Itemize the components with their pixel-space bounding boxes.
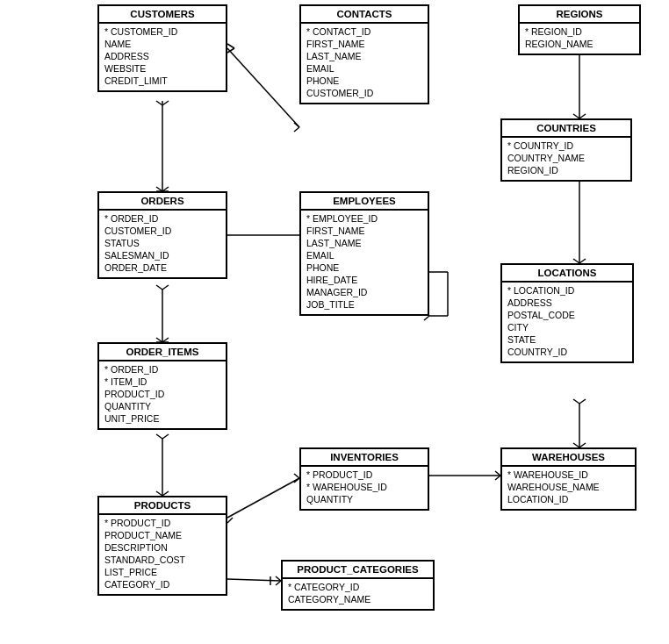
svg-line-63 — [424, 316, 429, 320]
field-postal-code: POSTAL_CODE — [507, 309, 627, 321]
inventories-title: INVENTORIES — [301, 449, 428, 467]
product-categories-fields: * CATEGORY_ID CATEGORY_NAME — [283, 579, 433, 609]
svg-line-0 — [227, 48, 299, 127]
field-hire-date: HIRE_DATE — [306, 274, 422, 286]
countries-title: COUNTRIES — [502, 120, 630, 138]
field-email: EMAIL — [306, 62, 422, 75]
field-warehouse-name: WAREHOUSE_NAME — [507, 481, 629, 493]
products-title: PRODUCTS — [99, 497, 226, 515]
employees-title: EMPLOYEES — [301, 193, 428, 211]
field-inv-warehouse-id: * WAREHOUSE_ID — [306, 481, 422, 493]
field-region-name: REGION_NAME — [525, 38, 634, 50]
order-items-fields: * ORDER_ID * ITEM_ID PRODUCT_ID QUANTITY… — [99, 361, 226, 428]
orders-fields: * ORDER_ID CUSTOMER_ID STATUS SALESMAN_I… — [99, 211, 226, 277]
regions-table: REGIONS * REGION_ID REGION_NAME — [518, 4, 641, 55]
field-item-id: * ITEM_ID — [104, 376, 220, 388]
svg-line-47 — [227, 478, 299, 518]
field-name: NAME — [104, 38, 220, 50]
customers-fields: * CUSTOMER_ID NAME ADDRESS WEBSITE CREDI… — [99, 24, 226, 90]
field-country-id: * COUNTRY_ID — [507, 140, 625, 152]
svg-line-6 — [156, 101, 162, 105]
field-oi-order-id: * ORDER_ID — [104, 363, 220, 376]
field-standard-cost: STANDARD_COST — [104, 554, 220, 566]
svg-line-2 — [294, 127, 299, 132]
field-website: WEBSITE — [104, 62, 220, 75]
field-product-name: PRODUCT_NAME — [104, 529, 220, 541]
locations-table: LOCATIONS * LOCATION_ID ADDRESS POSTAL_C… — [500, 263, 634, 363]
employees-fields: * EMPLOYEE_ID FIRST_NAME LAST_NAME EMAIL… — [301, 211, 428, 314]
field-region-id-fk: REGION_ID — [507, 164, 625, 176]
orders-table: ORDERS * ORDER_ID CUSTOMER_ID STATUS SAL… — [97, 191, 227, 279]
field-city: CITY — [507, 321, 627, 333]
svg-line-7 — [162, 101, 169, 105]
field-emp-phone: PHONE — [306, 261, 422, 274]
field-state: STATE — [507, 333, 627, 346]
field-status: STATUS — [104, 237, 220, 249]
field-location-id: * LOCATION_ID — [507, 284, 627, 297]
svg-line-4 — [227, 48, 234, 53]
regions-title: REGIONS — [520, 6, 639, 24]
products-fields: * PRODUCT_ID PRODUCT_NAME DESCRIPTION ST… — [99, 515, 226, 594]
order-items-table: ORDER_ITEMS * ORDER_ID * ITEM_ID PRODUCT… — [97, 342, 227, 430]
field-inv-product-id: * PRODUCT_ID — [306, 469, 422, 481]
field-phone: PHONE — [306, 75, 422, 87]
countries-fields: * COUNTRY_ID COUNTRY_NAME REGION_ID — [502, 138, 630, 180]
field-emp-email: EMAIL — [306, 249, 422, 261]
field-customer-id-fk: CUSTOMER_ID — [306, 87, 422, 99]
regions-fields: * REGION_ID REGION_NAME — [520, 24, 639, 54]
field-unit-price: UNIT_PRICE — [104, 412, 220, 425]
orders-title: ORDERS — [99, 193, 226, 211]
field-country-name: COUNTRY_NAME — [507, 152, 625, 164]
field-salesman-id: SALESMAN_ID — [104, 249, 220, 261]
field-customer-id-fk2: CUSTOMER_ID — [104, 225, 220, 237]
field-address: ADDRESS — [104, 50, 220, 62]
inventories-fields: * PRODUCT_ID * WAREHOUSE_ID QUANTITY — [301, 467, 428, 509]
field-location-id-fk: LOCATION_ID — [507, 493, 629, 505]
locations-fields: * LOCATION_ID ADDRESS POSTAL_CODE CITY S… — [502, 283, 632, 361]
warehouses-title: WAREHOUSES — [502, 449, 635, 467]
field-quantity: QUANTITY — [104, 400, 220, 412]
products-table: PRODUCTS * PRODUCT_ID PRODUCT_NAME DESCR… — [97, 496, 227, 596]
field-credit-limit: CREDIT_LIMIT — [104, 75, 220, 87]
field-first-name: FIRST_NAME — [306, 38, 422, 50]
inventories-table: INVENTORIES * PRODUCT_ID * WAREHOUSE_ID … — [299, 447, 429, 511]
contacts-fields: * CONTACT_ID FIRST_NAME LAST_NAME EMAIL … — [301, 24, 428, 103]
svg-line-49 — [227, 518, 233, 523]
field-product-id-fk: PRODUCT_ID — [104, 388, 220, 400]
svg-line-17 — [156, 285, 162, 290]
svg-line-44 — [162, 434, 169, 439]
contacts-title: CONTACTS — [301, 6, 428, 24]
svg-line-1 — [294, 123, 299, 127]
svg-line-3 — [227, 44, 234, 48]
field-contact-id: * CONTACT_ID — [306, 25, 422, 38]
field-job-title: JOB_TITLE — [306, 298, 422, 311]
field-inv-quantity: QUANTITY — [306, 493, 422, 505]
field-list-price: LIST_PRICE — [104, 566, 220, 578]
countries-table: COUNTRIES * COUNTRY_ID COUNTRY_NAME REGI… — [500, 118, 632, 182]
warehouses-fields: * WAREHOUSE_ID WAREHOUSE_NAME LOCATION_I… — [502, 467, 635, 509]
field-warehouse-id: * WAREHOUSE_ID — [507, 469, 629, 481]
field-product-id: * PRODUCT_ID — [104, 517, 220, 529]
svg-line-18 — [162, 285, 169, 290]
locations-title: LOCATIONS — [502, 265, 632, 283]
field-last-name: LAST_NAME — [306, 50, 422, 62]
product-categories-title: PRODUCT_CATEGORIES — [283, 562, 433, 579]
customers-title: CUSTOMERS — [99, 6, 226, 24]
employees-table: EMPLOYEES * EMPLOYEE_ID FIRST_NAME LAST_… — [299, 191, 429, 316]
field-description: DESCRIPTION — [104, 541, 220, 554]
field-region-id: * REGION_ID — [525, 25, 634, 38]
product-categories-table: PRODUCT_CATEGORIES * CATEGORY_ID CATEGOR… — [281, 560, 435, 611]
field-employee-id: * EMPLOYEE_ID — [306, 212, 422, 225]
field-order-date: ORDER_DATE — [104, 261, 220, 274]
svg-line-34 — [579, 399, 586, 404]
field-order-id: * ORDER_ID — [104, 212, 220, 225]
field-customer-id: * CUSTOMER_ID — [104, 25, 220, 38]
warehouses-table: WAREHOUSES * WAREHOUSE_ID WAREHOUSE_NAME… — [500, 447, 637, 511]
field-category-id: * CATEGORY_ID — [288, 581, 428, 593]
customers-table: CUSTOMERS * CUSTOMER_ID NAME ADDRESS WEB… — [97, 4, 227, 92]
erd-diagram: CUSTOMERS * CUSTOMER_ID NAME ADDRESS WEB… — [0, 0, 669, 644]
field-emp-last-name: LAST_NAME — [306, 237, 422, 249]
svg-line-43 — [156, 434, 162, 439]
field-category-name: CATEGORY_NAME — [288, 593, 428, 605]
svg-line-52 — [227, 579, 281, 581]
